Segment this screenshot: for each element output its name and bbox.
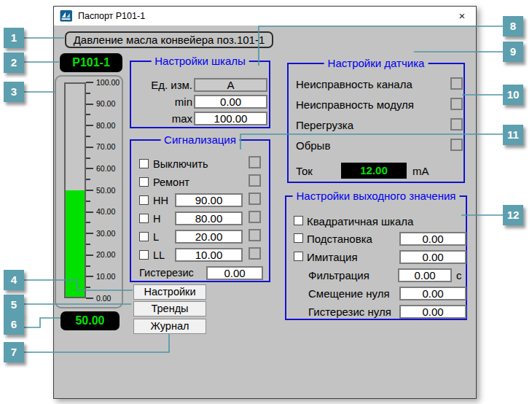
- gauge-tick-label: 70.00: [96, 143, 115, 151]
- gauge-tick-label: 100.00: [96, 79, 120, 87]
- trends-button[interactable]: Тренды: [133, 301, 206, 316]
- callout-badge-6: 6: [4, 314, 24, 335]
- gauge-tick-label: 10.00: [96, 273, 115, 281]
- hh-label: HH: [153, 194, 168, 208]
- value-display: 50.00: [60, 311, 120, 330]
- disable-label: Выключить: [153, 158, 208, 171]
- wire-break-label: Обрыв: [296, 139, 330, 152]
- gauge-tick: [86, 222, 90, 223]
- disable-checkbox[interactable]: [139, 159, 149, 168]
- gauge-tick: [86, 201, 90, 202]
- max-label: max: [133, 112, 192, 125]
- gauge-tick: [86, 233, 93, 234]
- max-field[interactable]: 100.00: [194, 112, 267, 125]
- wire-break-indicator: [450, 139, 463, 151]
- maintenance-indicator: [249, 174, 261, 187]
- gauge-tick: [86, 244, 90, 245]
- output-settings-group: Настройки выходного значения Квадратична…: [285, 195, 467, 320]
- callout-badge-12: 12: [503, 205, 523, 225]
- alarms-group: Сигнализация Выключить Ремонт HH 90.00 H…: [130, 139, 270, 282]
- sensor-settings-group: Настройки датчика Неисправность канала Н…: [287, 63, 465, 183]
- unit-label: Ед. изм.: [133, 78, 192, 92]
- journal-button[interactable]: Журнал: [133, 319, 206, 334]
- min-field[interactable]: 0.00: [194, 95, 267, 109]
- gauge-tick: [86, 255, 93, 256]
- quadratic-scale-label: Квадратичная шкала: [307, 214, 413, 228]
- l-checkbox[interactable]: [139, 232, 149, 241]
- h-checkbox[interactable]: [139, 214, 149, 223]
- gauge-tick: [86, 136, 90, 137]
- gauge-tick: [86, 125, 93, 126]
- unit-field[interactable]: А: [194, 78, 267, 92]
- gauge-tick-label: 0.00: [96, 295, 111, 303]
- settings-button[interactable]: Настройки: [133, 284, 206, 300]
- gauge-tick: [86, 287, 90, 288]
- ll-label: LL: [153, 249, 165, 263]
- l-label: L: [153, 230, 159, 244]
- zero-hysteresis-label: Гистерезис нуля: [308, 305, 391, 319]
- substitution-checkbox[interactable]: [294, 233, 303, 243]
- callout-badge-9: 9: [503, 42, 523, 62]
- callout-badge-7: 7: [4, 342, 24, 362]
- output-group-title: Настройки выходного значения: [293, 189, 460, 203]
- gauge-tick-label: 40.00: [96, 208, 115, 216]
- tag-display: P101-1: [60, 53, 122, 72]
- page-root: Паспорт Р101-1 × Давление масла конвейер…: [0, 0, 532, 404]
- substitution-field[interactable]: 0.00: [399, 232, 466, 246]
- gauge-tick-label: 60.00: [96, 165, 115, 173]
- gauge-tick: [86, 168, 93, 169]
- quadratic-scale-checkbox[interactable]: [294, 216, 303, 225]
- gauge-tick: [86, 276, 93, 277]
- gauge-tick: [86, 104, 93, 105]
- simulation-checkbox[interactable]: [294, 252, 303, 261]
- l-field[interactable]: 20.00: [175, 230, 243, 244]
- current-label: Ток: [296, 164, 313, 178]
- overload-label: Перегрузка: [296, 118, 353, 132]
- gauge-tick: [86, 211, 93, 213]
- gauge-tick: [86, 298, 93, 299]
- gauge-tick: [86, 114, 90, 115]
- alarms-group-title: Сигнализация: [160, 133, 240, 147]
- gauge-tick: [86, 147, 93, 148]
- gauge-tick-label: 90.00: [96, 100, 115, 108]
- filtering-label: Фильтрация: [308, 268, 369, 282]
- disable-indicator: [249, 156, 261, 168]
- l-indicator: [249, 229, 261, 241]
- gauge-tick: [86, 179, 90, 180]
- gauge-tick: [86, 93, 90, 94]
- channel-fault-label: Неисправность канала: [296, 77, 412, 91]
- callout-badge-1: 1: [4, 28, 24, 48]
- callout-badge-10: 10: [503, 85, 523, 105]
- gauge-tick: [86, 158, 90, 159]
- scale-settings-group: Настройки шкалы Ед. изм. А min 0.00 max …: [130, 61, 270, 128]
- zero-hysteresis-field[interactable]: 0.00: [399, 305, 466, 319]
- ll-field[interactable]: 10.00: [175, 248, 243, 262]
- h-label: H: [153, 212, 160, 226]
- hh-field[interactable]: 90.00: [175, 193, 243, 207]
- overload-indicator: [450, 118, 463, 131]
- h-field[interactable]: 80.00: [175, 211, 243, 225]
- simulation-label: Имитация: [307, 250, 358, 264]
- hh-checkbox[interactable]: [139, 195, 149, 205]
- filtering-field[interactable]: 0.00: [398, 268, 452, 282]
- current-unit-label: mA: [412, 164, 429, 178]
- close-button[interactable]: ×: [452, 8, 472, 24]
- ll-checkbox[interactable]: [139, 250, 149, 260]
- app-icon: [60, 9, 73, 23]
- gauge-tick: [86, 190, 93, 191]
- maintenance-checkbox[interactable]: [139, 177, 149, 187]
- current-value-display: 12.00: [341, 163, 407, 179]
- callout-badge-4: 4: [4, 270, 24, 290]
- simulation-field[interactable]: 0.00: [399, 250, 466, 264]
- hh-indicator: [249, 193, 261, 205]
- sensor-group-title: Настройки датчика: [324, 56, 429, 70]
- module-fault-indicator: [450, 98, 463, 110]
- passport-window: Паспорт Р101-1 × Давление масла конвейер…: [53, 6, 477, 399]
- filtering-unit-label: с: [456, 268, 462, 282]
- window-title: Паспорт Р101-1: [78, 7, 145, 26]
- gauge-tick-label: 20.00: [96, 251, 115, 259]
- title-bar: Паспорт Р101-1 ×: [54, 7, 476, 26]
- hysteresis-field[interactable]: 0.00: [206, 266, 263, 280]
- zero-offset-field[interactable]: 0.00: [399, 287, 466, 300]
- gauge-fill: [66, 190, 85, 297]
